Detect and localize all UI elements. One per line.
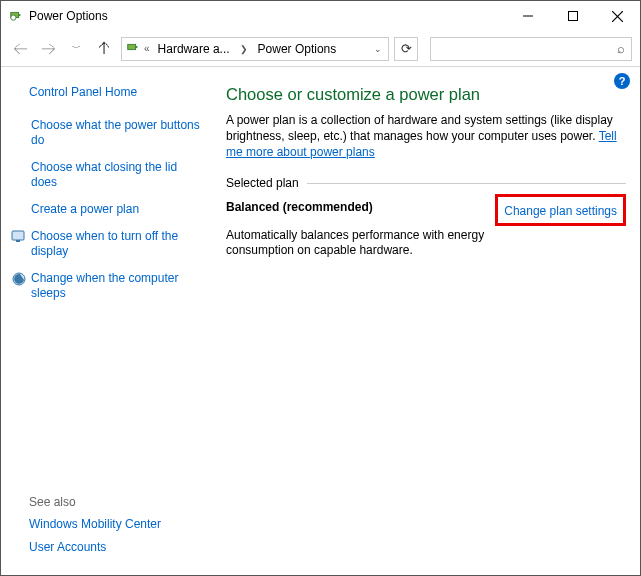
breadcrumb-power-options[interactable]: Power Options — [254, 42, 341, 56]
svg-rect-7 — [128, 44, 136, 49]
sidebar: Control Panel Home Choose what the power… — [1, 67, 216, 575]
sidebar-link-closing-lid[interactable]: Choose what closing the lid does — [31, 160, 204, 190]
selected-plan-section: Selected plan — [226, 176, 626, 190]
forward-button[interactable]: 🡢 — [37, 38, 59, 60]
address-dropdown[interactable]: ⌄ — [372, 44, 384, 54]
minimize-button[interactable] — [505, 1, 550, 31]
breadcrumb-hardware[interactable]: Hardware a... — [154, 42, 234, 56]
power-options-icon — [126, 40, 140, 57]
plan-description: Automatically balances performance with … — [226, 228, 546, 258]
sidebar-link-turn-off-display[interactable]: Choose when to turn off the display — [31, 229, 204, 259]
main-content: Choose or customize a power plan A power… — [216, 67, 640, 575]
address-bar[interactable]: « Hardware a... ❯ Power Options ⌄ — [121, 37, 389, 61]
back-button[interactable]: 🡠 — [9, 38, 31, 60]
refresh-button[interactable]: ⟳ — [394, 37, 418, 61]
sleep-icon — [11, 271, 27, 287]
maximize-button[interactable] — [550, 1, 595, 31]
recent-locations-button[interactable]: ﹀ — [65, 38, 87, 60]
highlight-box: Change plan settings — [495, 194, 626, 226]
display-off-icon — [11, 229, 27, 245]
svg-rect-10 — [16, 240, 20, 242]
svg-rect-9 — [12, 231, 24, 240]
search-icon: ⌕ — [617, 41, 625, 56]
svg-rect-4 — [568, 12, 577, 21]
plan-name: Balanced (recommended) — [226, 200, 495, 214]
navigation-bar: 🡠 🡢 ﹀ 🡡 « Hardware a... ❯ Power Options … — [1, 31, 640, 67]
titlebar: Power Options — [1, 1, 640, 31]
svg-point-2 — [11, 15, 16, 20]
divider — [307, 183, 626, 184]
window-title: Power Options — [29, 9, 505, 23]
search-box[interactable]: ⌕ — [430, 37, 632, 61]
chevron-right-icon[interactable]: ❯ — [238, 44, 250, 54]
description-text: A power plan is a collection of hardware… — [226, 113, 613, 143]
change-plan-settings-link[interactable]: Change plan settings — [504, 204, 617, 218]
power-options-icon — [9, 8, 23, 25]
up-button[interactable]: 🡡 — [93, 38, 115, 60]
control-panel-home-link[interactable]: Control Panel Home — [29, 85, 204, 100]
sidebar-link-user-accounts[interactable]: User Accounts — [29, 540, 204, 555]
window-controls — [505, 1, 640, 31]
svg-rect-8 — [136, 46, 138, 48]
sidebar-link-power-buttons[interactable]: Choose what the power buttons do — [31, 118, 204, 148]
breadcrumb-overflow[interactable]: « — [144, 43, 150, 54]
sidebar-link-mobility-center[interactable]: Windows Mobility Center — [29, 517, 204, 532]
page-description: A power plan is a collection of hardware… — [226, 112, 626, 160]
see-also-label: See also — [29, 495, 204, 509]
sidebar-link-create-plan[interactable]: Create a power plan — [31, 202, 204, 217]
svg-rect-1 — [19, 14, 21, 16]
page-heading: Choose or customize a power plan — [226, 85, 626, 104]
sidebar-link-computer-sleeps[interactable]: Change when the computer sleeps — [31, 271, 204, 301]
section-label: Selected plan — [226, 176, 299, 190]
close-button[interactable] — [595, 1, 640, 31]
